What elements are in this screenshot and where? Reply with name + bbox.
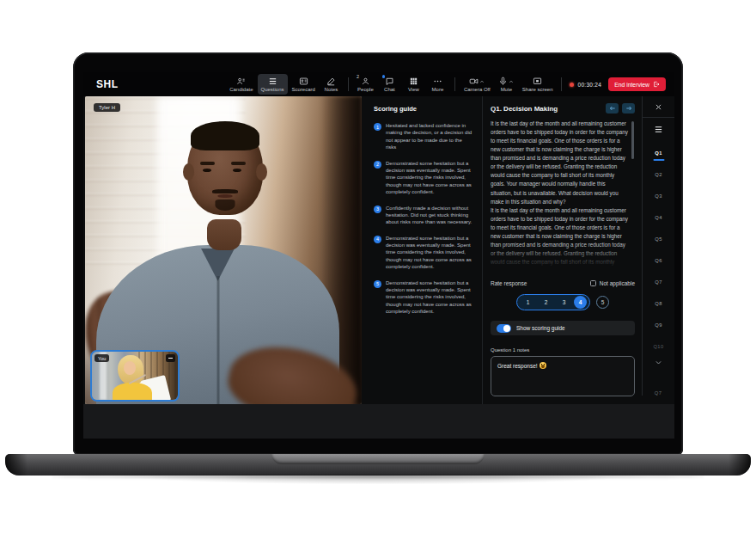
chat-button[interactable]: Chat [378,74,401,95]
rating-1-button[interactable]: 1 [519,299,537,305]
scrollbar-thumb[interactable] [631,121,634,159]
scorecard-icon [299,77,308,86]
toolbar-divider [454,77,455,91]
score-number-badge: 2 [374,161,381,169]
candidate-icon [236,77,246,86]
question-nav-q10[interactable]: Q10 [643,335,674,357]
more-button[interactable]: More [426,74,449,95]
text-fade-overlay [491,243,635,273]
questions-button[interactable]: Questions [258,74,288,95]
score-description: Hesitated and lacked confidence in makin… [386,122,472,151]
rating-3-button[interactable]: 3 [555,299,573,305]
camera-off-button[interactable]: Camera Off [460,74,494,95]
chevron-up-icon [509,79,514,84]
ear-art [183,163,194,181]
scoring-guide-item: 2 Demonstrated some hesitation but a dec… [374,160,472,196]
rating-4-button-selected[interactable]: 4 [574,296,587,309]
show-scoring-guide-toggle[interactable] [497,324,511,333]
question-nav-q2[interactable]: Q2 [643,163,674,185]
participant-neck-art [207,219,241,250]
chat-label: Chat [384,87,395,92]
end-interview-button[interactable]: End interview [608,77,666,91]
app-window: SHL Candidate Questions [83,72,674,439]
question-list-icon [654,125,663,134]
laptop-thumb-notch [271,454,485,464]
score-description: Demonstrated some hesitation but a decis… [386,160,472,196]
question-nav-q3[interactable]: Q3 [643,185,674,206]
laptop-mockup: SHL Candidate Questions [0,0,756,540]
scoring-guide-item: 5 Demonstrated some hesitation but a dec… [374,279,472,316]
question-notes-input[interactable]: Great response! [491,356,635,396]
people-icon: 2 [361,77,370,86]
questions-list-icon [268,77,277,86]
close-panel-button[interactable] [655,103,662,111]
laptop-shadow [15,475,741,488]
recording-timer: 00:30:24 [577,82,601,88]
question-nav-q8[interactable]: Q8 [643,292,674,314]
people-button[interactable]: 2 People [354,74,377,95]
toggle-knob [503,325,510,332]
mute-icon [498,77,514,86]
question-nav-q5[interactable]: Q5 [643,228,674,249]
question-nav-q6[interactable]: Q6 [643,249,674,271]
people-count-badge: 2 [357,74,359,79]
smile-emoji-icon [540,362,546,369]
shl-logo: SHL [96,78,119,90]
candidate-button[interactable]: Candidate [226,74,256,95]
chat-notification-dot [382,75,386,78]
self-shirt-art [113,383,152,402]
question-nav-q9[interactable]: Q9 [643,314,674,335]
close-icon [655,103,662,111]
recording-indicator: 00:30:24 [570,82,601,88]
eye-art [203,169,211,172]
question-nav-q7[interactable]: Q7 [643,271,674,292]
mustache-art [212,189,238,193]
camera-off-label: Camera Off [464,87,491,92]
view-button[interactable]: View [402,74,425,95]
score-description: Confidently made a decision without hesi… [386,205,472,226]
people-label: People [357,87,374,92]
goatee-art [216,199,235,211]
participant-head-art [187,124,263,215]
question-nav-q4[interactable]: Q4 [643,206,674,228]
question-list-button[interactable] [654,125,663,134]
rating-5-button[interactable]: 5 [596,296,609,309]
question-header: Q1. Decision Making [491,103,635,114]
scorecard-button[interactable]: Scorecard [289,74,319,95]
participant-video: Tyler H You [85,96,362,404]
minimize-self-view-button[interactable] [166,354,175,362]
question-pager [606,103,635,114]
question-panel: Q1. Decision Making It is the last day o… [489,96,637,404]
not-applicable-control[interactable]: Not applicable [590,280,635,286]
participant-name-badge: Tyler H [94,103,120,112]
score-number-badge: 3 [374,206,381,213]
self-view[interactable]: You [90,350,180,402]
chevron-up-icon [479,79,485,84]
brow-art [200,162,215,165]
scorecard-label: Scorecard [292,87,315,92]
recording-dot [570,83,574,87]
exit-icon [653,81,660,88]
self-view-label: You [94,354,109,362]
bottom-strip [83,404,674,439]
mute-button[interactable]: Mute [495,74,518,95]
share-screen-icon [533,77,542,86]
scroll-more-questions-button[interactable] [655,359,662,366]
previous-question-button[interactable] [606,103,619,114]
share-screen-button[interactable]: Share screen [519,74,557,95]
notes-button[interactable]: Notes [320,74,343,95]
next-question-button[interactable] [622,103,635,114]
not-applicable-checkbox[interactable] [590,280,596,286]
question-text-scroll-area[interactable]: It is the last day of the month and all … [491,120,635,273]
show-scoring-guide-row: Show scoring guide [491,321,635,335]
score-description: Demonstrated some hesitation but a decis… [386,235,472,271]
not-applicable-label: Not applicable [600,280,635,286]
panel-divider [482,96,483,404]
camera-off-icon [469,77,485,86]
question-nav-q1[interactable]: Q1 [643,142,674,163]
question-title: Q1. Decision Making [491,105,558,113]
view-label: View [408,87,419,92]
self-face-art [124,361,136,375]
rating-2-button[interactable]: 2 [537,299,555,305]
mute-label: Mute [501,87,512,92]
